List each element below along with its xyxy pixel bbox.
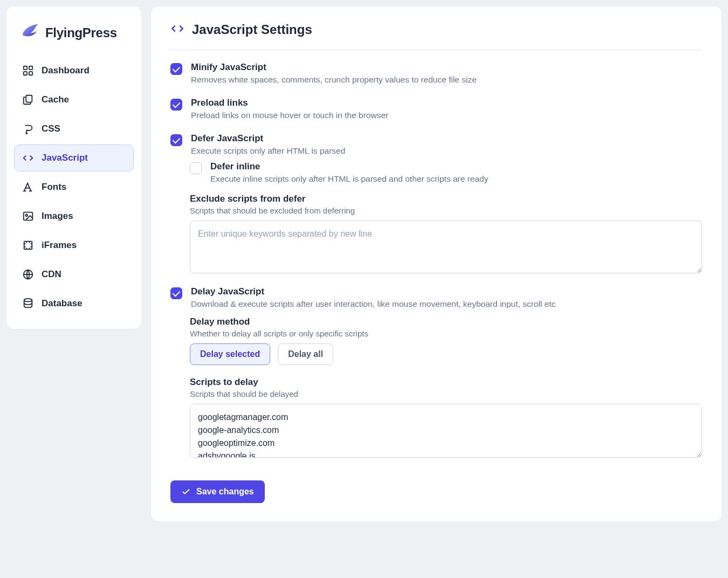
sidebar-item-label: CDN [42, 269, 61, 280]
sidebar-item-cdn[interactable]: CDN [14, 261, 134, 288]
images-icon [22, 210, 34, 222]
setting-minify: Minify JavaScript Removes white spaces, … [170, 62, 702, 85]
svg-point-5 [25, 132, 28, 134]
brand-name: FlyingPress [45, 25, 117, 40]
sidebar-item-images[interactable]: Images [14, 203, 134, 230]
save-button-label: Save changes [196, 487, 254, 497]
cache-icon [22, 94, 34, 106]
sidebar-item-fonts[interactable]: Fonts [14, 174, 134, 201]
scripts-to-delay-input[interactable] [190, 404, 702, 458]
defer-inline-checkbox[interactable] [190, 162, 202, 174]
svg-point-9 [24, 299, 32, 302]
exclude-scripts-input[interactable] [190, 221, 702, 273]
sidebar-item-cache[interactable]: Cache [14, 86, 134, 113]
dashboard-icon [22, 65, 34, 77]
setting-title: Delay JavaScript [191, 286, 702, 297]
delay-method-heading: Delay method [190, 316, 702, 327]
exclude-heading: Exclude scripts from defer [190, 194, 702, 204]
sidebar: FlyingPress Dashboard Cache CSS [6, 6, 141, 329]
sidebar-item-dashboard[interactable]: Dashboard [14, 57, 134, 84]
sidebar-item-label: iFrames [42, 240, 77, 251]
svg-point-7 [25, 214, 28, 216]
delay-method-section: Delay method Whether to delay all script… [190, 316, 702, 460]
sidebar-item-label: CSS [42, 123, 60, 134]
delay-checkbox[interactable] [170, 287, 182, 299]
delay-method-toggle: Delay selected Delay all [190, 343, 702, 365]
exclude-defer-section: Exclude scripts from defer Scripts that … [190, 194, 702, 276]
setting-preload: Preload links Preload links on mouse hov… [170, 98, 702, 120]
setting-title: Defer inline [210, 161, 702, 172]
minify-checkbox[interactable] [170, 63, 182, 75]
setting-desc: Preload links on mouse hover or touch in… [191, 111, 702, 120]
sidebar-item-iframes[interactable]: iFrames [14, 232, 134, 259]
sidebar-item-label: Images [42, 211, 73, 222]
save-button[interactable]: Save changes [170, 480, 265, 503]
delay-all-button[interactable]: Delay all [278, 343, 333, 365]
code-icon [22, 152, 34, 164]
defer-checkbox[interactable] [170, 134, 182, 146]
setting-title: Defer JavaScript [191, 133, 702, 144]
setting-desc: Execute scripts only after HTML is parse… [191, 146, 702, 156]
setting-title: Preload links [191, 98, 702, 108]
scripts-delay-desc: Scripts that should be delayed [190, 389, 702, 398]
delay-method-desc: Whether to delay all scripts or only spe… [190, 329, 702, 338]
check-icon [181, 487, 191, 497]
sidebar-item-label: Fonts [42, 182, 66, 192]
delay-selected-button[interactable]: Delay selected [190, 343, 270, 365]
sidebar-nav: Dashboard Cache CSS JavaScript [14, 57, 134, 317]
preload-checkbox[interactable] [170, 99, 182, 111]
svg-rect-4 [26, 95, 32, 102]
setting-desc: Removes white spaces, comments, crunch p… [191, 75, 702, 85]
sidebar-item-label: JavaScript [42, 153, 88, 163]
setting-defer-inline: Defer inline Execute inline scripts only… [190, 161, 702, 184]
svg-rect-0 [24, 66, 27, 70]
svg-rect-3 [29, 72, 32, 75]
iframes-icon [22, 239, 34, 251]
page-title: JavaScript Settings [192, 22, 312, 37]
database-icon [22, 298, 34, 309]
setting-title: Minify JavaScript [191, 62, 702, 73]
sidebar-item-javascript[interactable]: JavaScript [14, 144, 134, 171]
svg-rect-2 [24, 72, 27, 75]
setting-desc: Download & execute scripts after user in… [191, 299, 702, 309]
fonts-icon [22, 181, 34, 193]
svg-rect-1 [29, 66, 32, 70]
scripts-delay-heading: Scripts to delay [190, 377, 702, 388]
cdn-icon [22, 269, 34, 280]
sidebar-item-label: Database [42, 298, 83, 309]
setting-defer: Defer JavaScript Execute scripts only af… [170, 133, 702, 156]
code-icon [170, 22, 184, 38]
page-header: JavaScript Settings [170, 22, 702, 50]
exclude-desc: Scripts that should be excluded from def… [190, 206, 702, 215]
setting-delay: Delay JavaScript Download & execute scri… [170, 286, 702, 309]
main-panel: JavaScript Settings Minify JavaScript Re… [151, 6, 722, 521]
sidebar-item-label: Dashboard [42, 65, 90, 76]
brand: FlyingPress [14, 18, 134, 54]
css-icon [22, 123, 34, 135]
brand-logo-icon [19, 22, 40, 44]
sidebar-item-css[interactable]: CSS [14, 115, 134, 142]
setting-desc: Execute inline scripts only after HTML i… [210, 174, 702, 184]
sidebar-item-database[interactable]: Database [14, 290, 134, 317]
sidebar-item-label: Cache [42, 94, 69, 105]
